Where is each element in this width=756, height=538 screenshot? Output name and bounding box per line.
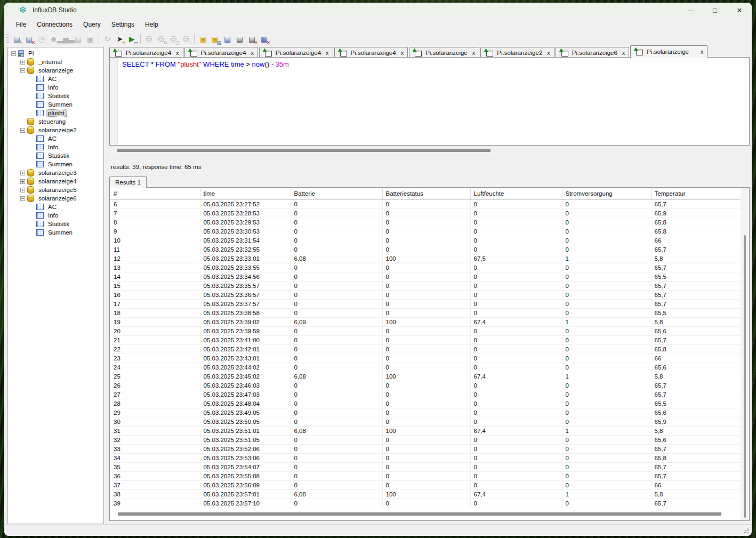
table-row[interactable]: 3605.03.2025 23:55:08000065,7: [110, 471, 741, 480]
table-row[interactable]: 805.03.2025 23:29:53000065,8: [110, 218, 741, 227]
table-row[interactable]: 1005.03.2025 23:31:54000066: [110, 236, 741, 245]
table-row[interactable]: 2705.03.2025 23:47:03000065,7: [110, 390, 741, 399]
collapse-expander-icon[interactable]: −: [11, 51, 16, 56]
show-results-icon[interactable]: ▤: [234, 33, 245, 44]
table-row[interactable]: 1405.03.2025 23:34:56000065,5: [110, 272, 741, 281]
tree-item-info[interactable]: Info: [8, 143, 103, 151]
tree-item-solaranzeige6[interactable]: −solaranzeige6: [8, 194, 103, 203]
table-row[interactable]: 2605.03.2025 23:46:03000065,7: [110, 381, 741, 390]
tab-pi.solaranzeige4[interactable]: Pi.solaranzeige4x: [184, 47, 259, 58]
show-editor-icon[interactable]: ▤: [222, 33, 233, 44]
column-header-index[interactable]: #: [110, 188, 200, 199]
editor-hscroll-thumb[interactable]: [117, 149, 490, 152]
table-row[interactable]: 3505.03.2025 23:54:07000065,7: [110, 462, 741, 471]
tree-item-info[interactable]: Info: [8, 83, 103, 92]
tab-close-icon[interactable]: x: [701, 49, 704, 55]
expand-expander-icon[interactable]: +: [20, 179, 25, 184]
table-row[interactable]: 1205.03.2025 23:33:016,0810067,515,8: [110, 254, 741, 263]
column-header-stromversorgung[interactable]: Stromversorgung: [562, 188, 651, 199]
table-row[interactable]: 1505.03.2025 23:35:57000065,7: [110, 281, 741, 290]
tree-item-solaranzeige4[interactable]: +solaranzeige4: [8, 177, 103, 186]
grid-horizontal-scrollbar[interactable]: [118, 512, 721, 516]
table-row[interactable]: 2205.03.2025 23:42:01000065,8: [110, 344, 741, 354]
table-row[interactable]: 3105.03.2025 23:51:016,0810067,415,8: [110, 426, 741, 435]
table-row[interactable]: 1605.03.2025 23:36:57000065,7: [110, 290, 741, 299]
table-row[interactable]: 2505.03.2025 23:45:026,0810067,415,8: [110, 372, 741, 381]
table-row[interactable]: 705.03.2025 23:28:53000065,9: [110, 208, 741, 218]
column-header-luftfeuchte[interactable]: Luftfeuchte: [470, 188, 562, 199]
table-row[interactable]: 1705.03.2025 23:37:57000065,7: [110, 299, 741, 308]
close-results-icon[interactable]: ▤✕: [246, 33, 258, 44]
tab-pi.solaranzeige-active[interactable]: Pi.solaranzeigex: [630, 45, 707, 58]
maximize-button[interactable]: □: [703, 3, 727, 18]
table-row[interactable]: 2305.03.2025 23:43:01000066: [110, 354, 741, 363]
tree-item-plusht[interactable]: plusht: [8, 109, 103, 117]
table-row[interactable]: 1805.03.2025 23:38:58000065,5: [110, 308, 741, 317]
table-row[interactable]: 3405.03.2025 23:53:06000065,8: [110, 453, 741, 462]
table-row[interactable]: 3705.03.2025 23:56:09000066: [110, 480, 741, 489]
collapse-expander-icon[interactable]: −: [20, 128, 25, 133]
delete-query-icon[interactable]: ▤✕: [23, 33, 35, 44]
collapse-expander-icon[interactable]: −: [20, 196, 25, 201]
column-header-batteriestatus[interactable]: Batteriestatus: [382, 188, 470, 199]
tree-item-ac[interactable]: AC: [8, 75, 103, 83]
close-all-results-icon[interactable]: ▦✕: [259, 33, 270, 44]
table-row[interactable]: 3305.03.2025 23:52:06000065,7: [110, 444, 741, 453]
table-row[interactable]: 3205.03.2025 23:51:05000065,6: [110, 435, 741, 444]
tab-close-icon[interactable]: x: [622, 50, 625, 56]
tab-close-icon[interactable]: x: [176, 50, 179, 56]
minimize-button[interactable]: —: [678, 3, 703, 18]
tab-close-icon[interactable]: x: [251, 50, 254, 56]
tree-item-solaranzeige3[interactable]: +solaranzeige3: [8, 168, 103, 177]
editor-horizontal-scrollbar[interactable]: [109, 146, 750, 155]
tree-item-summen[interactable]: Summen: [8, 100, 103, 109]
tab-pi.solaranzeige[interactable]: Pi.solaranzeigex: [409, 47, 479, 58]
column-header-batterie[interactable]: Batterie: [291, 188, 382, 199]
tab-pi.solaranzeige4[interactable]: Pi.solaranzeige4x: [334, 47, 408, 58]
collapse-expander-icon[interactable]: −: [20, 68, 25, 73]
query-editor[interactable]: SELECT * FROM "plusht" WHERE time > now(…: [109, 57, 750, 146]
table-row[interactable]: 1105.03.2025 23:32:55000065,7: [110, 245, 741, 254]
grid-vscroll-thumb[interactable]: [744, 235, 746, 518]
tab-pi.solaranzeige6[interactable]: Pi.solaranzeige6x: [556, 47, 630, 58]
menu-item-settings[interactable]: Settings: [106, 19, 140, 30]
tree-item-ac[interactable]: AC: [8, 134, 103, 143]
menu-item-help[interactable]: Help: [140, 19, 164, 30]
menu-item-query[interactable]: Query: [78, 19, 106, 30]
table-row[interactable]: 2805.03.2025 23:48:04000065,5: [110, 399, 741, 408]
expand-expander-icon[interactable]: +: [20, 188, 25, 192]
expand-expander-icon[interactable]: +: [20, 171, 25, 175]
tab-pi.solaranzeige2[interactable]: Pi.solaranzeige2x: [480, 47, 554, 58]
tree-item-statistik[interactable]: Statistik: [8, 92, 103, 100]
run-query-icon[interactable]: ➤✦: [114, 33, 125, 44]
menu-item-connections[interactable]: Connections: [31, 19, 78, 30]
table-row[interactable]: 1905.03.2025 23:39:026,0910067,415,8: [110, 317, 741, 326]
menu-item-file[interactable]: File: [11, 19, 31, 30]
tree-item-ac[interactable]: AC: [8, 203, 103, 211]
table-row[interactable]: 2905.03.2025 23:49:05000065,6: [110, 408, 741, 417]
table-row[interactable]: 2005.03.2025 23:39:59000065,6: [110, 326, 741, 335]
tab-close-icon[interactable]: x: [472, 50, 476, 56]
table-row[interactable]: 3805.03.2025 23:57:016,0810067,415,8: [110, 489, 741, 499]
tree-item-solaranzeige5[interactable]: +solaranzeige5: [8, 186, 103, 194]
tree-item-statistik[interactable]: Statistik: [8, 220, 103, 228]
table-row[interactable]: 3905.03.2025 23:57:10000065,7: [110, 499, 741, 508]
table-row[interactable]: 605.03.2025 23:27:52000065,7: [110, 199, 741, 208]
tag-values-icon[interactable]: ▣▤: [210, 33, 221, 44]
tree-item-solaranzeige2[interactable]: −solaranzeige2: [8, 126, 103, 134]
table-row[interactable]: 2105.03.2025 23:41:00000065,7: [110, 335, 741, 344]
resize-grip-icon[interactable]: [744, 528, 749, 534]
table-row[interactable]: 1305.03.2025 23:33:55000065,7: [110, 263, 741, 272]
grid-vertical-scrollbar[interactable]: [741, 188, 749, 520]
tree-item-_internal[interactable]: +_internal: [8, 58, 103, 66]
tree-item-solaranzeige[interactable]: −solaranzeige: [8, 66, 103, 75]
tab-close-icon[interactable]: x: [547, 50, 550, 56]
tree-item-statistik[interactable]: Statistik: [8, 151, 103, 160]
table-row[interactable]: 2405.03.2025 23:44:02000065,6: [110, 363, 741, 372]
run-query-new-tab-icon[interactable]: ▶▭: [126, 33, 138, 44]
column-header-time[interactable]: time: [200, 188, 291, 199]
column-header-temperatur[interactable]: Temperatur: [651, 188, 741, 199]
tree-item-steuerung[interactable]: steuerung: [8, 117, 103, 126]
tab-close-icon[interactable]: x: [401, 50, 404, 56]
tree-item-summen[interactable]: Summen: [8, 228, 103, 237]
